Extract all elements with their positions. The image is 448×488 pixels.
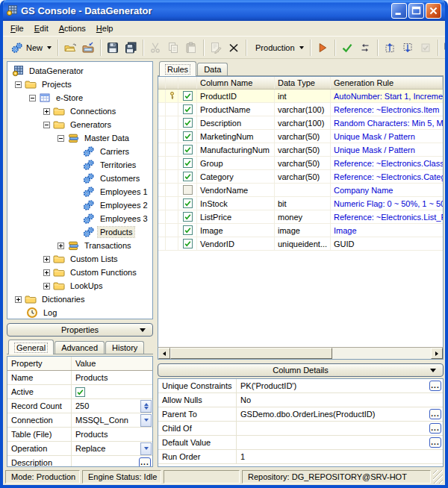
- rules-row-productid[interactable]: ProductIDintAutoNumber: Start 1, Increme: [158, 90, 443, 103]
- tree-item-dictionaries[interactable]: Dictionaries: [7, 293, 152, 306]
- property-value[interactable]: ...: [72, 456, 152, 467]
- title-bar[interactable]: GS Console - DataGenerator: [3, 0, 445, 21]
- property-value[interactable]: [72, 385, 152, 398]
- checkbox-checked-icon[interactable]: [183, 198, 193, 208]
- column-details-header[interactable]: Column Details: [158, 363, 444, 377]
- menu-edit[interactable]: Edit: [29, 22, 54, 34]
- tree-item-employees-1[interactable]: Employees 1: [7, 185, 152, 198]
- resize-grip[interactable]: [433, 470, 443, 484]
- checkbox-checked-icon[interactable]: [183, 225, 193, 235]
- tree-item-lookups[interactable]: LookUps: [7, 279, 152, 293]
- ellipsis-button[interactable]: ...: [429, 437, 441, 448]
- tree-item-custom-functions[interactable]: Custom Functions: [7, 266, 152, 279]
- rules-row-category[interactable]: Categoryvarchar(50)Reference: ~Electroni…: [158, 170, 443, 184]
- scroll-thumb[interactable]: [170, 348, 332, 359]
- export-data-button[interactable]: [399, 39, 417, 57]
- minimize-button[interactable]: [391, 3, 407, 19]
- collapse-minus-icon[interactable]: [43, 122, 50, 128]
- expand-plus-icon[interactable]: [57, 243, 64, 249]
- dropdown-button[interactable]: [140, 442, 152, 455]
- checkbox-unchecked-icon[interactable]: [183, 185, 193, 195]
- tree-item-products[interactable]: Products: [7, 225, 152, 239]
- rules-row-description[interactable]: Descriptionvarchar(100)Random Characters…: [158, 116, 443, 130]
- dropdown-button[interactable]: [140, 414, 152, 427]
- property-value[interactable]: Products: [72, 371, 152, 384]
- ellipsis-button[interactable]: ...: [429, 409, 441, 419]
- new-button[interactable]: New: [8, 39, 55, 57]
- menu-file[interactable]: File: [5, 22, 29, 34]
- property-value[interactable]: Replace: [72, 442, 152, 455]
- tree-item-custom-lists[interactable]: Custom Lists: [7, 252, 152, 266]
- rules-row-marketingnum[interactable]: MarketingNumvarchar(50)Unique Mask / Pat…: [158, 130, 443, 143]
- tree-item-transactions[interactable]: Transactions: [7, 239, 152, 252]
- expand-plus-icon[interactable]: [43, 269, 50, 276]
- tree-item-carriers[interactable]: Carriers: [7, 145, 152, 158]
- rules-row-productname[interactable]: ProductNamevarchar(100)Reference: ~Elect…: [158, 103, 443, 116]
- expand-plus-icon[interactable]: [43, 283, 50, 290]
- open-project-button[interactable]: [61, 39, 79, 57]
- tree-item-generators[interactable]: Generators: [7, 118, 152, 131]
- tree-item-projects[interactable]: Projects: [7, 78, 152, 91]
- tree-item-connections[interactable]: Connections: [7, 104, 152, 118]
- maximize-button[interactable]: [408, 3, 424, 19]
- tree-item-employees-3[interactable]: Employees 3: [7, 212, 152, 225]
- expand-plus-icon[interactable]: [15, 296, 22, 303]
- rules-row-group[interactable]: Groupvarchar(50)Reference: ~Electronics.…: [158, 157, 443, 170]
- checkbox-checked-icon[interactable]: [183, 131, 193, 141]
- save-all-button[interactable]: [122, 39, 140, 57]
- checkbox-checked-icon[interactable]: [183, 118, 193, 128]
- scroll-left-arrow[interactable]: [158, 348, 170, 359]
- import-data-button[interactable]: [381, 39, 399, 57]
- validate-button[interactable]: [338, 39, 356, 57]
- checkbox-checked-icon[interactable]: [183, 172, 193, 181]
- delete-button[interactable]: [225, 39, 243, 57]
- checkbox-checked-icon[interactable]: [75, 387, 85, 397]
- tree-item-e-store[interactable]: e-Store: [7, 91, 152, 104]
- menu-actions[interactable]: Actions: [54, 22, 91, 34]
- checkbox-checked-icon[interactable]: [183, 104, 193, 114]
- save-copy-button[interactable]: [441, 39, 448, 57]
- swap-button[interactable]: [356, 39, 374, 57]
- expand-plus-icon[interactable]: [43, 108, 50, 115]
- collapse-minus-icon[interactable]: [15, 81, 22, 88]
- save-button[interactable]: [104, 39, 122, 57]
- collapse-minus-icon[interactable]: [57, 135, 64, 142]
- tab-history[interactable]: History: [105, 341, 144, 354]
- rules-row-vendorid[interactable]: VendorIDuniqueident...GUID: [158, 237, 443, 251]
- rules-row-manufacturingnum[interactable]: ManufacturingNumvarchar(50)Unique Mask /…: [158, 143, 443, 157]
- rules-row-vendorname[interactable]: VendorNameCompany Name: [158, 184, 443, 197]
- tab-data[interactable]: Data: [197, 63, 228, 75]
- property-value[interactable]: 250: [72, 399, 152, 413]
- rules-row-listprice[interactable]: ListPricemoneyReference: ~Electronics.Li…: [158, 210, 443, 224]
- ellipsis-button[interactable]: ...: [429, 381, 441, 391]
- run-button[interactable]: [314, 39, 332, 57]
- ellipsis-button[interactable]: ...: [139, 457, 151, 467]
- checkbox-checked-icon[interactable]: [183, 212, 193, 222]
- checkbox-checked-icon[interactable]: [183, 145, 193, 154]
- close-button[interactable]: [426, 3, 441, 19]
- rules-row-image[interactable]: ImageimageImage: [158, 224, 443, 237]
- tree-item-master-data[interactable]: Master Data: [7, 131, 152, 145]
- tree-item-log[interactable]: Log: [7, 306, 152, 319]
- checkbox-checked-icon[interactable]: [183, 158, 193, 168]
- rules-row-instock[interactable]: InStockbitNumeric Flag: 0 ~ 50%, 1 ~ 50%: [158, 197, 443, 210]
- menu-help[interactable]: Help: [91, 22, 119, 34]
- scroll-right-arrow[interactable]: [431, 348, 443, 359]
- tree-item-employees-2[interactable]: Employees 2: [7, 198, 152, 212]
- checkbox-checked-icon[interactable]: [183, 239, 193, 248]
- ellipsis-button[interactable]: ...: [429, 423, 441, 434]
- checkbox-checked-icon[interactable]: [183, 91, 193, 101]
- tab-advanced[interactable]: Advanced: [55, 341, 105, 354]
- tab-general[interactable]: General: [8, 340, 54, 354]
- import-project-button[interactable]: [79, 39, 97, 57]
- collapse-minus-icon[interactable]: [29, 95, 36, 101]
- tab-rules[interactable]: Rules: [159, 61, 196, 76]
- expand-plus-icon[interactable]: [43, 256, 50, 263]
- tree-item-datagenerator[interactable]: DataGenerator: [7, 64, 152, 78]
- mode-button[interactable]: Production: [249, 39, 307, 57]
- tree-item-territories[interactable]: Territories: [7, 158, 152, 172]
- property-value[interactable]: Products: [72, 428, 152, 441]
- spinner-control[interactable]: [140, 400, 152, 413]
- properties-panel-header[interactable]: Properties: [7, 323, 153, 337]
- property-value[interactable]: MSSQL_Conn: [72, 413, 152, 427]
